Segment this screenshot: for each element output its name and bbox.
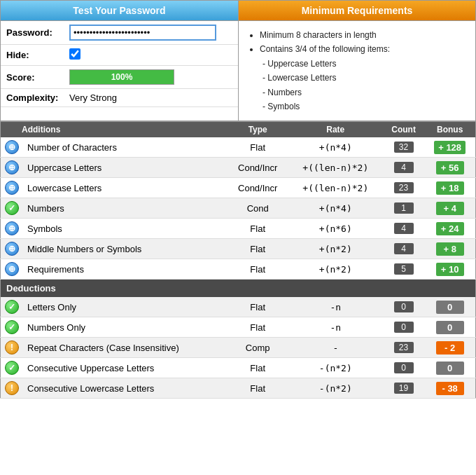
rate-cell: -n [288, 297, 383, 317]
icon-cell: ⊕ [1, 239, 24, 259]
bonus-cell: 0 [424, 358, 475, 378]
col-bonus-header: Bonus [424, 122, 475, 138]
table-row: ⊕ Middle Numbers or Symbols Flat +(n*2) … [1, 239, 476, 259]
orange-icon: ! [5, 381, 19, 395]
name-cell: Consecutive Uppercase Letters [23, 358, 227, 378]
col-type-header: Type [227, 122, 288, 138]
bonus-value: + 128 [434, 141, 465, 154]
blue-icon: ⊕ [5, 221, 19, 235]
name-cell: Symbols [23, 219, 227, 239]
count-cell: 4 [383, 158, 424, 178]
blue-icon: ⊕ [5, 242, 19, 256]
table-row: ⊕ Number of Characters Flat +(n*4) 32 + … [1, 137, 476, 158]
table-row: ⊕ Uppercase Letters Cond/Incr +((len-n)*… [1, 158, 476, 178]
count-box: 0 [394, 322, 414, 333]
count-cell: 4 [383, 219, 424, 239]
bonus-value: + 18 [436, 181, 464, 195]
name-cell: Number of Characters [23, 137, 227, 158]
bonus-cell: - 2 [424, 338, 475, 358]
count-box: 4 [394, 223, 414, 234]
hide-row: Hide: [1, 45, 238, 66]
count-box: 19 [394, 383, 414, 394]
password-label: Password: [6, 27, 69, 38]
requirements-panel: Minimum 8 characters in length Contains … [239, 21, 475, 121]
hide-checkbox[interactable] [69, 48, 80, 60]
type-cell: Flat [227, 358, 288, 378]
requirements-list: Minimum 8 characters in length Contains … [248, 28, 465, 113]
type-cell: Flat [227, 219, 288, 239]
count-cell: 0 [383, 358, 424, 378]
rate-cell: -(n*2) [288, 358, 383, 378]
icon-cell: ! [1, 338, 24, 358]
name-cell: Numbers [23, 198, 227, 219]
count-box: 32 [394, 142, 414, 153]
score-row: Score: 100% [1, 66, 238, 89]
count-cell: 23 [383, 338, 424, 358]
score-label: Score: [6, 72, 69, 83]
main-table: Additions Type Rate Count Bonus ⊕ Number… [0, 121, 476, 399]
count-cell: 32 [383, 137, 424, 158]
right-panel-header: Minimum Requirements [239, 1, 475, 21]
count-cell: 23 [383, 178, 424, 198]
col-rate-header: Rate [288, 122, 383, 138]
table-row: ✓ Letters Only Flat -n 0 0 [1, 297, 476, 317]
bonus-cell: + 10 [424, 259, 475, 280]
type-cell: Comp [227, 338, 288, 358]
name-cell: Letters Only [23, 297, 227, 317]
count-cell: 19 [383, 378, 424, 399]
blue-icon: ⊕ [5, 140, 19, 154]
bonus-value: + 4 [436, 202, 464, 215]
icon-cell: ✓ [1, 358, 24, 378]
count-cell: 4 [383, 239, 424, 259]
req-item-5: - Numbers [262, 85, 465, 99]
type-cell: Flat [227, 137, 288, 158]
table-row: ⊕ Lowercase Letters Cond/Incr +((len-n)*… [1, 178, 476, 198]
rate-cell: +((len-n)*2) [288, 178, 383, 198]
icon-cell: ⊕ [1, 259, 24, 280]
rate-cell: - [288, 338, 383, 358]
type-cell: Cond [227, 198, 288, 219]
password-row: Password: [1, 21, 238, 45]
bonus-value: - 38 [436, 382, 464, 395]
count-cell: 5 [383, 259, 424, 280]
score-bar-container: 100% [69, 69, 174, 85]
name-cell: Consecutive Lowercase Letters [23, 378, 227, 399]
icon-cell: ⊕ [1, 158, 24, 178]
bonus-cell: + 4 [424, 198, 475, 219]
orange-icon: ! [5, 340, 19, 354]
bonus-value: + 8 [436, 242, 464, 256]
bonus-cell: + 128 [424, 137, 475, 158]
green-icon: ✓ [5, 361, 19, 375]
name-cell: Repeat Characters (Case Insensitive) [23, 338, 227, 358]
bonus-value: + 10 [436, 263, 464, 276]
col-headers-row: Additions Type Rate Count Bonus [1, 122, 476, 138]
hide-label: Hide: [6, 50, 69, 60]
icon-cell: ✓ [1, 297, 24, 317]
icon-cell: ✓ [1, 317, 24, 338]
type-cell: Flat [227, 259, 288, 280]
green-icon: ✓ [5, 201, 19, 215]
bonus-cell: 0 [424, 297, 475, 317]
icon-cell: ⊕ [1, 178, 24, 198]
bonus-cell: - 38 [424, 378, 475, 399]
count-box: 4 [394, 162, 414, 173]
name-cell: Middle Numbers or Symbols [23, 239, 227, 259]
icon-cell: ! [1, 378, 24, 399]
icon-cell: ⊕ [1, 137, 24, 158]
icon-cell: ✓ [1, 198, 24, 219]
name-cell: Numbers Only [23, 317, 227, 338]
type-cell: Cond/Incr [227, 178, 288, 198]
blue-icon: ⊕ [5, 262, 19, 276]
rate-cell: +(n*2) [288, 239, 383, 259]
green-icon: ✓ [5, 300, 19, 314]
type-cell: Flat [227, 297, 288, 317]
table-row: ✓ Consecutive Uppercase Letters Flat -(n… [1, 358, 476, 378]
password-input[interactable] [69, 25, 216, 41]
complexity-label: Complexity: [6, 92, 69, 103]
count-box: 23 [394, 342, 414, 353]
req-item-6: - Symbols [262, 99, 465, 113]
score-bar: 100% [70, 70, 174, 84]
bonus-cell: + 56 [424, 158, 475, 178]
count-box: 5 [394, 263, 414, 275]
blue-icon: ⊕ [5, 160, 19, 174]
